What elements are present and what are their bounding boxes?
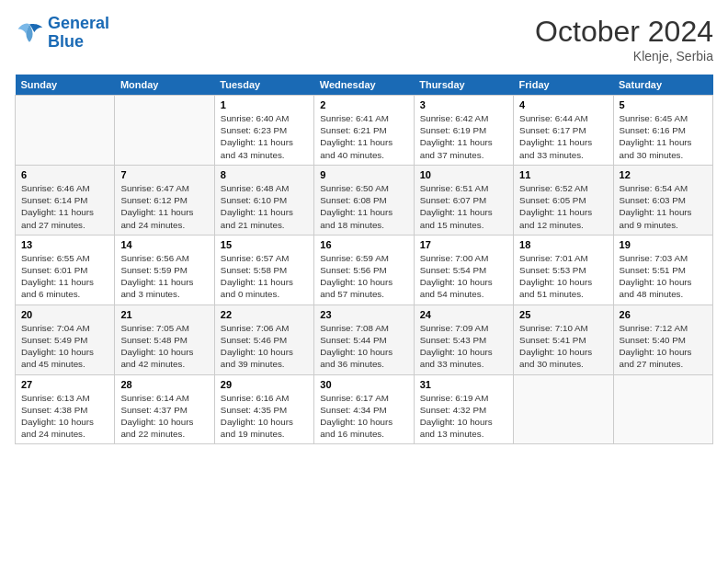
day-info: Sunrise: 6:46 AM Sunset: 6:14 PM Dayligh… bbox=[21, 182, 108, 231]
day-number: 18 bbox=[519, 239, 607, 250]
calendar-cell: 9Sunrise: 6:50 AM Sunset: 6:08 PM Daylig… bbox=[314, 165, 414, 235]
day-info: Sunrise: 7:09 AM Sunset: 5:43 PM Dayligh… bbox=[420, 322, 507, 371]
location: Klenje, Serbia bbox=[535, 49, 713, 63]
calendar-cell: 6Sunrise: 6:46 AM Sunset: 6:14 PM Daylig… bbox=[16, 165, 115, 235]
day-number: 4 bbox=[519, 99, 607, 110]
day-info: Sunrise: 6:16 AM Sunset: 4:35 PM Dayligh… bbox=[221, 392, 308, 441]
logo: General Blue bbox=[15, 15, 109, 52]
calendar-week-row: 1Sunrise: 6:40 AM Sunset: 6:23 PM Daylig… bbox=[16, 96, 713, 166]
day-info: Sunrise: 6:56 AM Sunset: 5:59 PM Dayligh… bbox=[120, 252, 208, 301]
calendar-cell: 2Sunrise: 6:41 AM Sunset: 6:21 PM Daylig… bbox=[314, 96, 414, 166]
weekday-header-thursday: Thursday bbox=[414, 75, 513, 96]
calendar-cell: 26Sunrise: 7:12 AM Sunset: 5:40 PM Dayli… bbox=[613, 304, 712, 374]
weekday-header-saturday: Saturday bbox=[613, 75, 712, 96]
day-number: 10 bbox=[420, 169, 507, 180]
calendar-cell: 25Sunrise: 7:10 AM Sunset: 5:41 PM Dayli… bbox=[514, 304, 613, 374]
calendar-cell: 23Sunrise: 7:08 AM Sunset: 5:44 PM Dayli… bbox=[314, 304, 414, 374]
calendar-header-row: SundayMondayTuesdayWednesdayThursdayFrid… bbox=[16, 75, 713, 96]
day-info: Sunrise: 7:08 AM Sunset: 5:44 PM Dayligh… bbox=[320, 322, 407, 371]
day-number: 2 bbox=[320, 99, 407, 110]
title-block: October 2024 Klenje, Serbia bbox=[535, 15, 713, 63]
day-number: 3 bbox=[420, 99, 507, 110]
calendar-cell: 7Sunrise: 6:47 AM Sunset: 6:12 PM Daylig… bbox=[115, 165, 214, 235]
day-number: 25 bbox=[519, 309, 607, 320]
day-info: Sunrise: 7:04 AM Sunset: 5:49 PM Dayligh… bbox=[21, 322, 108, 371]
calendar-cell: 5Sunrise: 6:45 AM Sunset: 6:16 PM Daylig… bbox=[613, 96, 712, 166]
day-number: 26 bbox=[620, 309, 707, 320]
day-info: Sunrise: 6:51 AM Sunset: 6:07 PM Dayligh… bbox=[420, 182, 507, 231]
calendar-cell: 20Sunrise: 7:04 AM Sunset: 5:49 PM Dayli… bbox=[16, 304, 115, 374]
calendar-body: 1Sunrise: 6:40 AM Sunset: 6:23 PM Daylig… bbox=[16, 96, 713, 444]
day-info: Sunrise: 7:01 AM Sunset: 5:53 PM Dayligh… bbox=[519, 252, 607, 301]
day-number: 12 bbox=[620, 169, 707, 180]
day-number: 30 bbox=[320, 379, 407, 390]
day-number: 20 bbox=[21, 309, 108, 320]
calendar-cell: 22Sunrise: 7:06 AM Sunset: 5:46 PM Dayli… bbox=[214, 304, 313, 374]
day-number: 31 bbox=[420, 379, 507, 390]
day-number: 9 bbox=[320, 169, 407, 180]
calendar-cell: 24Sunrise: 7:09 AM Sunset: 5:43 PM Dayli… bbox=[414, 304, 513, 374]
calendar-cell: 3Sunrise: 6:42 AM Sunset: 6:19 PM Daylig… bbox=[414, 96, 513, 166]
day-number: 7 bbox=[120, 169, 208, 180]
calendar-week-row: 20Sunrise: 7:04 AM Sunset: 5:49 PM Dayli… bbox=[16, 304, 713, 374]
day-info: Sunrise: 6:42 AM Sunset: 6:19 PM Dayligh… bbox=[420, 112, 507, 161]
day-info: Sunrise: 6:48 AM Sunset: 6:10 PM Dayligh… bbox=[221, 182, 308, 231]
calendar-cell bbox=[613, 374, 712, 444]
weekday-header-monday: Monday bbox=[115, 75, 214, 96]
day-number: 29 bbox=[221, 379, 308, 390]
day-info: Sunrise: 6:14 AM Sunset: 4:37 PM Dayligh… bbox=[120, 392, 208, 441]
calendar-cell: 8Sunrise: 6:48 AM Sunset: 6:10 PM Daylig… bbox=[214, 165, 313, 235]
calendar-cell: 10Sunrise: 6:51 AM Sunset: 6:07 PM Dayli… bbox=[414, 165, 513, 235]
day-info: Sunrise: 6:45 AM Sunset: 6:16 PM Dayligh… bbox=[620, 112, 707, 161]
calendar-cell: 21Sunrise: 7:05 AM Sunset: 5:48 PM Dayli… bbox=[115, 304, 214, 374]
weekday-header-friday: Friday bbox=[514, 75, 613, 96]
day-info: Sunrise: 6:41 AM Sunset: 6:21 PM Dayligh… bbox=[320, 112, 407, 161]
day-info: Sunrise: 7:06 AM Sunset: 5:46 PM Dayligh… bbox=[221, 322, 308, 371]
day-info: Sunrise: 7:10 AM Sunset: 5:41 PM Dayligh… bbox=[519, 322, 607, 371]
calendar-cell: 11Sunrise: 6:52 AM Sunset: 6:05 PM Dayli… bbox=[514, 165, 613, 235]
day-number: 22 bbox=[221, 309, 308, 320]
day-info: Sunrise: 7:12 AM Sunset: 5:40 PM Dayligh… bbox=[620, 322, 707, 371]
calendar-cell: 4Sunrise: 6:44 AM Sunset: 6:17 PM Daylig… bbox=[514, 96, 613, 166]
day-number: 23 bbox=[320, 309, 407, 320]
calendar-table: SundayMondayTuesdayWednesdayThursdayFrid… bbox=[15, 75, 713, 444]
day-info: Sunrise: 6:40 AM Sunset: 6:23 PM Dayligh… bbox=[221, 112, 308, 161]
day-number: 21 bbox=[120, 309, 208, 320]
day-number: 17 bbox=[420, 239, 507, 250]
day-number: 24 bbox=[420, 309, 507, 320]
day-info: Sunrise: 6:52 AM Sunset: 6:05 PM Dayligh… bbox=[519, 182, 607, 231]
day-number: 15 bbox=[221, 239, 308, 250]
day-number: 16 bbox=[320, 239, 407, 250]
calendar-cell: 27Sunrise: 6:13 AM Sunset: 4:38 PM Dayli… bbox=[16, 374, 115, 444]
calendar-cell: 15Sunrise: 6:57 AM Sunset: 5:58 PM Dayli… bbox=[214, 235, 313, 304]
day-info: Sunrise: 6:59 AM Sunset: 5:56 PM Dayligh… bbox=[320, 252, 407, 301]
calendar-week-row: 27Sunrise: 6:13 AM Sunset: 4:38 PM Dayli… bbox=[16, 374, 713, 444]
calendar-cell: 13Sunrise: 6:55 AM Sunset: 6:01 PM Dayli… bbox=[16, 235, 115, 304]
calendar-cell: 17Sunrise: 7:00 AM Sunset: 5:54 PM Dayli… bbox=[414, 235, 513, 304]
day-number: 19 bbox=[620, 239, 707, 250]
day-number: 8 bbox=[221, 169, 308, 180]
day-info: Sunrise: 6:50 AM Sunset: 6:08 PM Dayligh… bbox=[320, 182, 407, 231]
calendar-cell bbox=[16, 96, 115, 166]
logo-text: General Blue bbox=[48, 15, 109, 52]
day-number: 28 bbox=[120, 379, 208, 390]
calendar-cell bbox=[514, 374, 613, 444]
calendar-cell: 16Sunrise: 6:59 AM Sunset: 5:56 PM Dayli… bbox=[314, 235, 414, 304]
day-info: Sunrise: 7:05 AM Sunset: 5:48 PM Dayligh… bbox=[120, 322, 208, 371]
weekday-header-sunday: Sunday bbox=[16, 75, 115, 96]
day-info: Sunrise: 6:54 AM Sunset: 6:03 PM Dayligh… bbox=[620, 182, 707, 231]
calendar-cell: 28Sunrise: 6:14 AM Sunset: 4:37 PM Dayli… bbox=[115, 374, 214, 444]
day-info: Sunrise: 6:47 AM Sunset: 6:12 PM Dayligh… bbox=[120, 182, 208, 231]
day-number: 14 bbox=[120, 239, 208, 250]
calendar-cell: 14Sunrise: 6:56 AM Sunset: 5:59 PM Dayli… bbox=[115, 235, 214, 304]
day-info: Sunrise: 6:13 AM Sunset: 4:38 PM Dayligh… bbox=[21, 392, 108, 441]
day-info: Sunrise: 6:55 AM Sunset: 6:01 PM Dayligh… bbox=[21, 252, 108, 301]
calendar-cell: 31Sunrise: 6:19 AM Sunset: 4:32 PM Dayli… bbox=[414, 374, 513, 444]
calendar-cell: 29Sunrise: 6:16 AM Sunset: 4:35 PM Dayli… bbox=[214, 374, 313, 444]
calendar-cell: 1Sunrise: 6:40 AM Sunset: 6:23 PM Daylig… bbox=[214, 96, 313, 166]
day-info: Sunrise: 6:19 AM Sunset: 4:32 PM Dayligh… bbox=[420, 392, 507, 441]
day-info: Sunrise: 6:44 AM Sunset: 6:17 PM Dayligh… bbox=[519, 112, 607, 161]
weekday-header-wednesday: Wednesday bbox=[314, 75, 414, 96]
weekday-header-tuesday: Tuesday bbox=[214, 75, 313, 96]
month-title: October 2024 bbox=[535, 15, 713, 49]
